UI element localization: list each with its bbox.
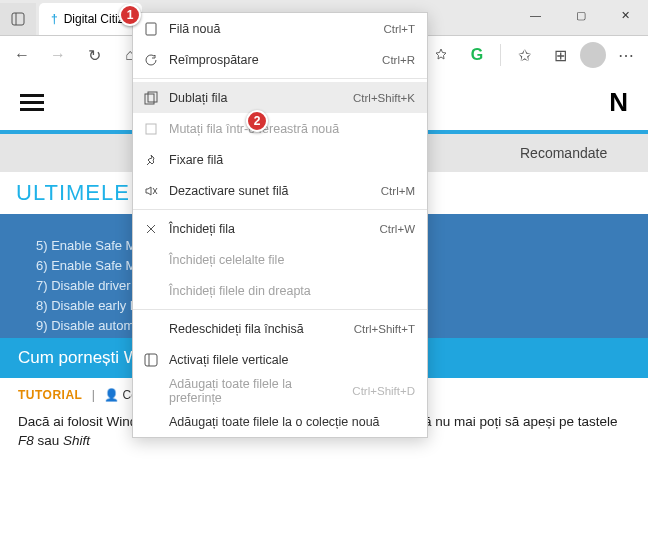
ctx-item-13[interactable]: Activați filele verticale: [133, 344, 427, 375]
blank-icon: [143, 283, 159, 299]
ctx-shortcut: Ctrl+Shift+K: [353, 92, 415, 104]
refresh-button[interactable]: ↻: [78, 39, 110, 71]
ctx-item-1[interactable]: ReîmprospătareCtrl+R: [133, 44, 427, 75]
move-icon: [143, 121, 159, 137]
key-shift: Shift: [63, 433, 90, 448]
close-button[interactable]: ✕: [603, 0, 648, 30]
collections-button[interactable]: ⊞: [544, 39, 576, 71]
callout-1: 1: [119, 4, 141, 26]
back-button[interactable]: ←: [6, 39, 38, 71]
vertical-tabs-icon: [11, 12, 25, 26]
svg-rect-6: [145, 354, 157, 366]
ctx-label: Dezactivare sunet filă: [169, 184, 371, 198]
site-logo: N: [609, 87, 628, 118]
favicon-icon: †: [51, 12, 58, 26]
vtabs-icon: [143, 352, 159, 368]
ctx-item-12[interactable]: Redeschideți fila închisăCtrl+Shift+T: [133, 313, 427, 344]
star-icon: [433, 47, 449, 63]
ctx-label: Dublați fila: [169, 91, 343, 105]
ctx-item-6[interactable]: Dezactivare sunet filăCtrl+M: [133, 175, 427, 206]
read-aloud-button[interactable]: [425, 39, 457, 71]
maximize-button[interactable]: ▢: [558, 0, 603, 30]
dup-icon: [143, 90, 159, 106]
minimize-button[interactable]: —: [513, 0, 558, 30]
profile-avatar[interactable]: [580, 42, 606, 68]
menu-button[interactable]: ⋯: [610, 39, 642, 71]
hamburger-button[interactable]: [20, 90, 44, 115]
callout-2: 2: [246, 110, 268, 132]
ctx-item-8[interactable]: Închideți filaCtrl+W: [133, 213, 427, 244]
ctx-label: Închideți filele din dreapta: [169, 284, 405, 298]
ctx-item-3[interactable]: Dublați filaCtrl+Shift+K: [133, 82, 427, 113]
ctx-item-14: Adăugați toate filele la preferințeCtrl+…: [133, 375, 427, 406]
ctx-label: Închideți fila: [169, 222, 370, 236]
body-text-b: sau: [34, 433, 63, 448]
ctx-label: Mutați fila într-o fereastră nouă: [169, 122, 405, 136]
svg-rect-5: [146, 124, 156, 134]
ctx-shortcut: Ctrl+T: [383, 23, 415, 35]
ctx-label: Activați filele verticale: [169, 353, 405, 367]
blank-icon: [143, 252, 159, 268]
key-f8: F8: [18, 433, 34, 448]
tab-context-menu: Filă nouăCtrl+TReîmprospătareCtrl+RDubla…: [132, 12, 428, 438]
person-icon: 👤: [104, 388, 119, 402]
refresh-icon: [143, 52, 159, 68]
ctx-label: Filă nouă: [169, 22, 373, 36]
file-icon: [143, 21, 159, 37]
ctx-item-10: Închideți filele din dreapta: [133, 275, 427, 306]
ctx-item-0[interactable]: Filă nouăCtrl+T: [133, 13, 427, 44]
ctx-label: Redeschideți fila închisă: [169, 322, 344, 336]
svg-rect-0: [12, 13, 24, 25]
pin-icon: [143, 152, 159, 168]
forward-button[interactable]: →: [42, 39, 74, 71]
ctx-label: Fixare filă: [169, 153, 405, 167]
favorites-button[interactable]: ✩: [508, 39, 540, 71]
blank-icon: [143, 321, 159, 337]
close-icon: [143, 221, 159, 237]
ctx-shortcut: Ctrl+R: [382, 54, 415, 66]
ctx-item-9: Închideți celelalte file: [133, 244, 427, 275]
ctx-item-5[interactable]: Fixare filă: [133, 144, 427, 175]
ctx-label: Adăugați toate filele la preferințe: [169, 377, 342, 405]
meta-separator: |: [92, 388, 95, 402]
ctx-shortcut: Ctrl+Shift+D: [352, 385, 415, 397]
blank-icon: [143, 414, 159, 430]
grammarly-button[interactable]: G: [461, 39, 493, 71]
ctx-label: Reîmprospătare: [169, 53, 372, 67]
ctx-label: Închideți celelalte file: [169, 253, 405, 267]
vertical-tabs-button[interactable]: [0, 3, 36, 35]
category-label[interactable]: TUTORIAL: [18, 388, 82, 402]
window-controls: — ▢ ✕: [513, 0, 648, 30]
ctx-shortcut: Ctrl+Shift+T: [354, 323, 415, 335]
mute-icon: [143, 183, 159, 199]
ctx-shortcut: Ctrl+M: [381, 185, 415, 197]
ctx-item-15[interactable]: Adăugați toate filele la o colecție nouă: [133, 406, 427, 437]
separator: [500, 44, 501, 66]
ctx-label: Adăugați toate filele la o colecție nouă: [169, 415, 405, 429]
ctx-item-4: Mutați fila într-o fereastră nouă: [133, 113, 427, 144]
blank-icon: [143, 383, 159, 399]
ctx-shortcut: Ctrl+W: [380, 223, 415, 235]
svg-rect-2: [146, 23, 156, 35]
